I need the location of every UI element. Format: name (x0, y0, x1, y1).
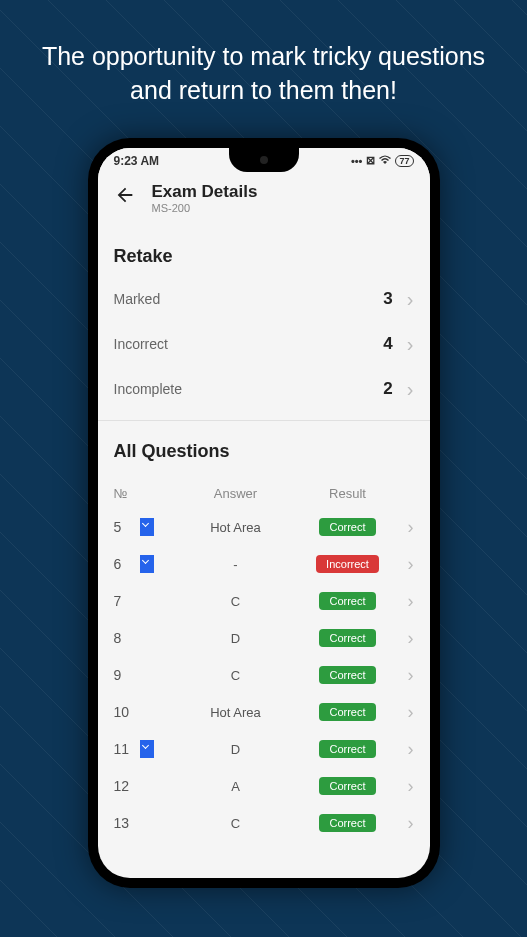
question-result: Correct (306, 703, 390, 721)
chevron-right-icon: › (390, 776, 414, 797)
chevron-right-icon: › (407, 288, 414, 311)
questions-section-title: All Questions (98, 421, 430, 472)
question-result: Incorrect (306, 555, 390, 573)
question-number: 7 (114, 593, 140, 609)
phone-notch (229, 148, 299, 172)
question-answer: C (166, 594, 306, 609)
retake-count: 3 (383, 289, 392, 309)
question-answer: Hot Area (166, 520, 306, 535)
chevron-right-icon: › (390, 591, 414, 612)
result-badge: Correct (319, 518, 375, 536)
question-answer: C (166, 668, 306, 683)
question-answer: Hot Area (166, 705, 306, 720)
question-number: 8 (114, 630, 140, 646)
page-title: Exam Details (152, 182, 258, 202)
bookmark-icon (140, 518, 154, 536)
question-result: Correct (306, 666, 390, 684)
wifi-off-icon: ⊠ (366, 154, 375, 167)
chevron-right-icon: › (390, 813, 414, 834)
retake-label: Marked (114, 291, 384, 307)
battery-icon: 77 (395, 155, 413, 167)
result-badge: Correct (319, 666, 375, 684)
retake-count: 2 (383, 379, 392, 399)
status-time: 9:23 AM (114, 154, 160, 168)
retake-label: Incorrect (114, 336, 384, 352)
question-row[interactable]: 11 D Correct › (98, 731, 430, 768)
question-number: 12 (114, 778, 140, 794)
status-icons: ••• ⊠ 77 (351, 154, 414, 167)
question-row[interactable]: 12 A Correct › (98, 768, 430, 805)
bookmark-icon (140, 555, 154, 573)
page-subtitle: MS-200 (152, 202, 258, 214)
chevron-right-icon: › (390, 739, 414, 760)
retake-section-title: Retake (98, 226, 430, 277)
question-result: Correct (306, 518, 390, 536)
col-header-result: Result (306, 486, 390, 501)
retake-row[interactable]: Incorrect 4 › (98, 322, 430, 367)
question-row[interactable]: 13 C Correct › (98, 805, 430, 842)
chevron-right-icon: › (390, 628, 414, 649)
retake-count: 4 (383, 334, 392, 354)
result-badge: Incorrect (316, 555, 379, 573)
question-row[interactable]: 9 C Correct › (98, 657, 430, 694)
retake-label: Incomplete (114, 381, 384, 397)
question-number: 11 (114, 741, 140, 757)
bookmark-cell (140, 518, 166, 536)
retake-row[interactable]: Marked 3 › (98, 277, 430, 322)
result-badge: Correct (319, 777, 375, 795)
col-header-answer: Answer (166, 486, 306, 501)
question-result: Correct (306, 740, 390, 758)
question-row[interactable]: 8 D Correct › (98, 620, 430, 657)
question-result: Correct (306, 629, 390, 647)
chevron-right-icon: › (390, 517, 414, 538)
question-number: 5 (114, 519, 140, 535)
question-result: Correct (306, 592, 390, 610)
question-row[interactable]: 7 C Correct › (98, 583, 430, 620)
app-header: Exam Details MS-200 (98, 172, 430, 226)
question-number: 13 (114, 815, 140, 831)
question-answer: - (166, 557, 306, 572)
question-result: Correct (306, 777, 390, 795)
result-badge: Correct (319, 592, 375, 610)
question-answer: A (166, 779, 306, 794)
result-badge: Correct (319, 740, 375, 758)
bookmark-cell (140, 555, 166, 573)
bookmark-icon (140, 740, 154, 758)
question-row[interactable]: 6 - Incorrect › (98, 546, 430, 583)
status-dots-icon: ••• (351, 155, 363, 167)
table-header: № Answer Result (98, 472, 430, 509)
chevron-right-icon: › (407, 378, 414, 401)
bookmark-cell (140, 740, 166, 758)
question-number: 9 (114, 667, 140, 683)
question-answer: D (166, 742, 306, 757)
result-badge: Correct (319, 703, 375, 721)
phone-frame: 9:23 AM ••• ⊠ 77 Exam Details MS-200 Ret… (88, 138, 440, 888)
promo-heading: The opportunity to mark tricky questions… (0, 0, 527, 138)
question-row[interactable]: 10 Hot Area Correct › (98, 694, 430, 731)
question-result: Correct (306, 814, 390, 832)
question-row[interactable]: 5 Hot Area Correct › (98, 509, 430, 546)
retake-row[interactable]: Incomplete 2 › (98, 367, 430, 412)
chevron-right-icon: › (390, 554, 414, 575)
wifi-icon (379, 155, 391, 167)
result-badge: Correct (319, 629, 375, 647)
chevron-right-icon: › (390, 665, 414, 686)
result-badge: Correct (319, 814, 375, 832)
back-button[interactable] (114, 184, 136, 212)
question-number: 10 (114, 704, 140, 720)
chevron-right-icon: › (407, 333, 414, 356)
chevron-right-icon: › (390, 702, 414, 723)
question-number: 6 (114, 556, 140, 572)
col-header-no: № (114, 486, 166, 501)
question-answer: C (166, 816, 306, 831)
phone-screen: 9:23 AM ••• ⊠ 77 Exam Details MS-200 Ret… (98, 148, 430, 878)
question-answer: D (166, 631, 306, 646)
